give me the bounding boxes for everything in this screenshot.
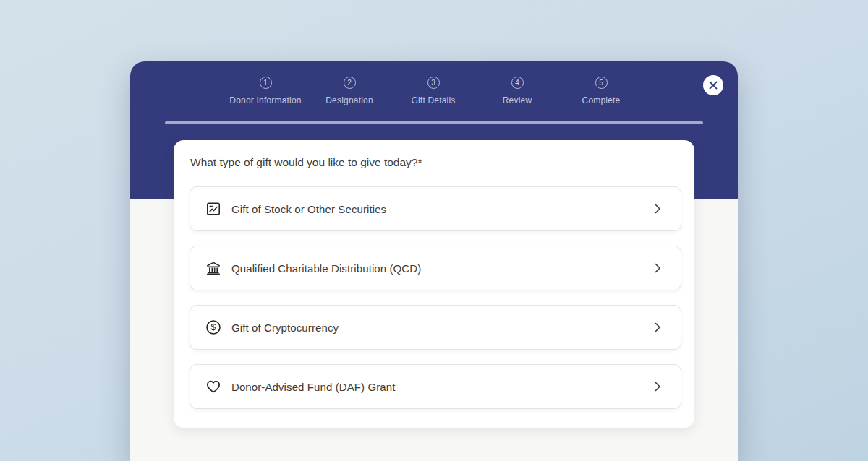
option-cryptocurrency[interactable]: $ Gift of Cryptocurrency (190, 305, 681, 350)
step-number: 5 (599, 79, 603, 87)
close-button[interactable] (703, 75, 723, 95)
bank-icon (205, 259, 222, 277)
step-label: Complete (582, 95, 621, 105)
stock-chart-icon (205, 200, 222, 217)
chevron-right-icon (652, 381, 663, 392)
step-label: Donor Information (229, 95, 301, 105)
step-number-badge: 4 (511, 77, 524, 89)
step-label: Gift Details (411, 95, 455, 105)
step-number: 3 (431, 79, 435, 87)
stepper-step-review[interactable]: 4 Review (475, 77, 559, 105)
option-gift-of-stock[interactable]: Gift of Stock or Other Securities (190, 186, 681, 231)
step-number: 1 (263, 79, 268, 87)
chevron-right-icon (652, 203, 663, 215)
option-label: Gift of Stock or Other Securities (231, 203, 652, 215)
option-daf-grant[interactable]: Donor-Advised Fund (DAF) Grant (190, 364, 681, 409)
stepper-step-designation[interactable]: 2 Designation (307, 77, 391, 105)
step-number: 4 (515, 79, 519, 87)
chevron-right-icon (652, 262, 663, 274)
option-label: Donor-Advised Fund (DAF) Grant (231, 381, 652, 393)
chevron-right-icon (652, 322, 663, 333)
donation-wizard-modal: 1 Donor Information 2 Designation 3 Gift… (130, 61, 738, 461)
stepper: 1 Donor Information 2 Designation 3 Gift… (224, 77, 643, 105)
step-number: 2 (347, 79, 352, 87)
option-label: Qualified Charitable Distribution (QCD) (231, 262, 652, 275)
step-label: Designation (326, 95, 373, 105)
step-label: Review (503, 95, 532, 105)
step-number-badge: 3 (427, 77, 440, 89)
stepper-step-complete[interactable]: 5 Complete (559, 77, 643, 105)
svg-text:$: $ (211, 322, 216, 332)
step-number-badge: 1 (260, 77, 272, 89)
option-qcd[interactable]: Qualified Charitable Distribution (QCD) (190, 246, 681, 290)
step-number-badge: 5 (595, 77, 608, 89)
question-label: What type of gift would you like to give… (190, 156, 680, 169)
step-number-badge: 2 (344, 77, 356, 89)
heart-icon (205, 378, 222, 395)
stepper-step-donor-information[interactable]: 1 Donor Information (224, 77, 307, 105)
gift-type-card: What type of gift would you like to give… (174, 140, 694, 428)
progress-bar-track (165, 121, 703, 124)
close-icon (709, 81, 718, 90)
stepper-step-gift-details[interactable]: 3 Gift Details (391, 77, 475, 105)
option-label: Gift of Cryptocurrency (231, 322, 652, 334)
dollar-circle-icon: $ (205, 319, 222, 336)
